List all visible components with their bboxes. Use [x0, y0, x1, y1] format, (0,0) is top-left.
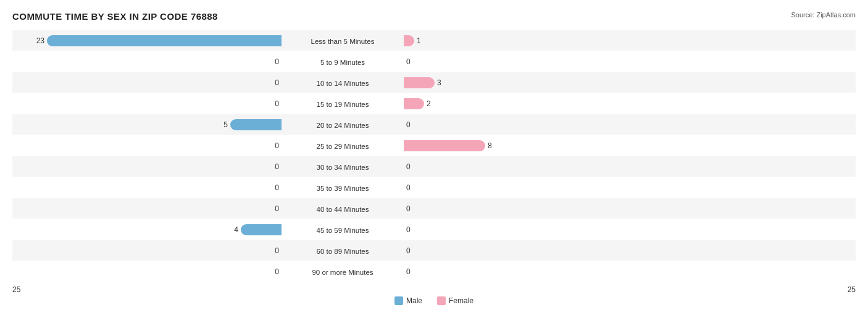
right-section: 1: [401, 35, 673, 46]
left-section: 0: [12, 245, 284, 256]
female-value: 8: [488, 141, 499, 150]
male-label: Male: [406, 296, 422, 305]
male-value: 0: [268, 246, 279, 255]
left-section: 0: [12, 56, 284, 67]
row-label: 20 to 24 Minutes: [312, 120, 372, 130]
title-row: COMMUTE TIME BY SEX IN ZIP CODE 76888 So…: [12, 11, 856, 22]
male-value: 5: [217, 120, 228, 129]
row-label: 40 to 44 Minutes: [312, 204, 372, 214]
label-section: 40 to 44 Minutes: [284, 203, 401, 214]
bar-row: 0 35 to 39 Minutes 0: [12, 177, 856, 198]
legend-male: Male: [394, 296, 422, 305]
row-label: 45 to 59 Minutes: [312, 225, 372, 235]
bar-row: 0 30 to 34 Minutes 0: [12, 156, 856, 177]
female-label: Female: [449, 296, 474, 305]
bar-row: 0 15 to 19 Minutes 2: [12, 93, 856, 114]
left-section: 0: [12, 182, 284, 193]
label-section: Less than 5 Minutes: [284, 35, 401, 46]
right-section: 2: [401, 98, 673, 109]
right-section: 0: [401, 119, 673, 130]
male-value: 0: [268, 99, 279, 108]
bar-row: 4 45 to 59 Minutes 0: [12, 219, 856, 240]
male-value: 0: [268, 57, 279, 66]
bar-row: 5 20 to 24 Minutes 0: [12, 114, 856, 135]
female-value: 0: [406, 267, 417, 276]
row-label: 15 to 19 Minutes: [312, 99, 372, 109]
chart-container: COMMUTE TIME BY SEX IN ZIP CODE 76888 So…: [0, 0, 868, 323]
right-section: 0: [401, 161, 673, 172]
label-section: 30 to 34 Minutes: [284, 161, 401, 172]
row-label: 60 to 89 Minutes: [312, 246, 372, 256]
right-section: 0: [401, 266, 673, 277]
bar-row: 0 10 to 14 Minutes 3: [12, 72, 856, 93]
female-swatch: [437, 296, 446, 305]
label-section: 60 to 89 Minutes: [284, 245, 401, 256]
axis-row: 25 25: [12, 285, 856, 294]
female-bar: [404, 140, 485, 151]
female-value: 0: [406, 162, 417, 171]
right-section: 0: [401, 203, 673, 214]
female-value: 0: [406, 57, 417, 66]
row-label: 5 to 9 Minutes: [317, 57, 369, 67]
left-section: 0: [12, 266, 284, 277]
row-label: 25 to 29 Minutes: [312, 141, 372, 151]
row-label: 10 to 14 Minutes: [312, 78, 372, 88]
bar-row: 0 40 to 44 Minutes 0: [12, 198, 856, 219]
legend-female: Female: [437, 296, 474, 305]
male-bar: [230, 119, 282, 130]
right-section: 0: [401, 245, 673, 256]
female-value: 0: [406, 204, 417, 213]
row-label: Less than 5 Minutes: [307, 36, 378, 46]
label-section: 90 or more Minutes: [284, 266, 401, 277]
female-bar: [404, 77, 435, 88]
female-value: 0: [406, 183, 417, 192]
female-value: 1: [417, 36, 428, 45]
male-bar: [241, 224, 282, 235]
male-value: 4: [227, 225, 238, 234]
label-section: 5 to 9 Minutes: [284, 56, 401, 67]
male-value: 0: [268, 162, 279, 171]
label-section: 20 to 24 Minutes: [284, 119, 401, 130]
male-swatch: [394, 296, 403, 305]
axis-right: 25: [848, 285, 856, 294]
bar-row: 0 60 to 89 Minutes 0: [12, 240, 856, 261]
right-section: 3: [401, 77, 673, 88]
label-section: 15 to 19 Minutes: [284, 98, 401, 109]
bar-row: 0 5 to 9 Minutes 0: [12, 51, 856, 72]
left-section: 0: [12, 140, 284, 151]
female-value: 2: [427, 99, 438, 108]
left-section: 4: [12, 224, 284, 235]
right-section: 0: [401, 182, 673, 193]
male-bar: [47, 35, 282, 46]
label-section: 45 to 59 Minutes: [284, 224, 401, 235]
male-value: 0: [268, 183, 279, 192]
right-section: 8: [401, 140, 673, 151]
male-value: 0: [268, 267, 279, 276]
male-value: 23: [33, 36, 44, 45]
female-value: 0: [406, 225, 417, 234]
legend-row: Male Female: [12, 296, 856, 305]
left-section: 0: [12, 203, 284, 214]
chart-area: 23 Less than 5 Minutes 1 0 5 to 9 Minute…: [12, 30, 856, 282]
label-section: 35 to 39 Minutes: [284, 182, 401, 193]
label-section: 25 to 29 Minutes: [284, 140, 401, 151]
left-section: 5: [12, 119, 284, 130]
female-value: 0: [406, 246, 417, 255]
female-value: 0: [406, 120, 417, 129]
row-label: 30 to 34 Minutes: [312, 162, 372, 172]
bar-row: 0 90 or more Minutes 0: [12, 261, 856, 282]
male-value: 0: [268, 78, 279, 87]
right-section: 0: [401, 224, 673, 235]
row-label: 90 or more Minutes: [308, 267, 377, 277]
label-section: 10 to 14 Minutes: [284, 77, 401, 88]
female-bar: [404, 98, 424, 109]
left-section: 0: [12, 161, 284, 172]
source-text: Source: ZipAtlas.com: [791, 11, 856, 19]
male-value: 0: [268, 141, 279, 150]
female-bar: [404, 35, 414, 46]
row-label: 35 to 39 Minutes: [312, 183, 372, 193]
bar-row: 0 25 to 29 Minutes 8: [12, 135, 856, 156]
right-section: 0: [401, 56, 673, 67]
left-section: 23: [12, 35, 284, 46]
bar-row: 23 Less than 5 Minutes 1: [12, 30, 856, 51]
